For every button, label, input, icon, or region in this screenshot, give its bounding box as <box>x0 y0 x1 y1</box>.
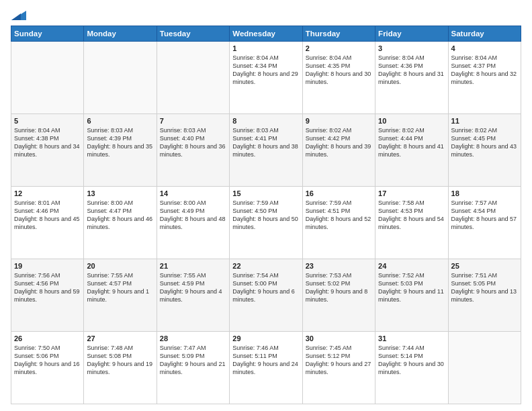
calendar-header-row: SundayMondayTuesdayWednesdayThursdayFrid… <box>11 26 521 42</box>
calendar-cell: 25Sunrise: 7:51 AM Sunset: 5:05 PM Dayli… <box>448 259 521 332</box>
calendar-cell: 18Sunrise: 7:57 AM Sunset: 4:54 PM Dayli… <box>448 187 521 259</box>
calendar-cell: 3Sunrise: 8:04 AM Sunset: 4:36 PM Daylig… <box>375 42 448 114</box>
day-info: Sunrise: 7:57 AM Sunset: 4:54 PM Dayligh… <box>451 199 518 232</box>
calendar-cell: 20Sunrise: 7:55 AM Sunset: 4:57 PM Dayli… <box>84 259 157 332</box>
day-number: 17 <box>378 189 445 197</box>
day-number: 20 <box>87 262 153 270</box>
day-info: Sunrise: 8:00 AM Sunset: 4:47 PM Dayligh… <box>87 199 153 232</box>
calendar-cell: 7Sunrise: 8:03 AM Sunset: 4:40 PM Daylig… <box>157 114 229 187</box>
calendar-cell: 13Sunrise: 8:00 AM Sunset: 4:47 PM Dayli… <box>84 187 157 259</box>
calendar-cell: 8Sunrise: 8:03 AM Sunset: 4:41 PM Daylig… <box>230 114 302 187</box>
calendar-cell: 30Sunrise: 7:45 AM Sunset: 5:12 PM Dayli… <box>302 332 375 404</box>
day-number: 30 <box>306 334 372 342</box>
calendar-cell: 16Sunrise: 7:59 AM Sunset: 4:51 PM Dayli… <box>302 187 375 259</box>
day-info: Sunrise: 8:04 AM Sunset: 4:36 PM Dayligh… <box>378 54 445 87</box>
calendar-cell: 28Sunrise: 7:47 AM Sunset: 5:09 PM Dayli… <box>157 332 229 404</box>
day-info: Sunrise: 7:55 AM Sunset: 4:59 PM Dayligh… <box>160 271 226 304</box>
day-number: 3 <box>378 44 445 52</box>
calendar-cell: 29Sunrise: 7:46 AM Sunset: 5:11 PM Dayli… <box>230 332 302 404</box>
day-number: 6 <box>87 117 153 125</box>
day-info: Sunrise: 8:04 AM Sunset: 4:35 PM Dayligh… <box>306 54 372 87</box>
calendar-cell <box>448 332 521 404</box>
calendar-cell: 6Sunrise: 8:03 AM Sunset: 4:39 PM Daylig… <box>84 114 157 187</box>
calendar-day-header: Wednesday <box>230 26 302 42</box>
day-number: 1 <box>232 44 299 52</box>
day-info: Sunrise: 7:50 AM Sunset: 5:06 PM Dayligh… <box>14 344 81 377</box>
calendar-cell: 9Sunrise: 8:02 AM Sunset: 4:42 PM Daylig… <box>302 114 375 187</box>
day-info: Sunrise: 7:59 AM Sunset: 4:50 PM Dayligh… <box>232 199 299 232</box>
calendar-cell: 21Sunrise: 7:55 AM Sunset: 4:59 PM Dayli… <box>157 259 229 332</box>
day-info: Sunrise: 7:58 AM Sunset: 4:53 PM Dayligh… <box>378 199 445 232</box>
day-number: 27 <box>87 334 153 342</box>
calendar-cell <box>84 42 157 114</box>
calendar-week-row: 12Sunrise: 8:01 AM Sunset: 4:46 PM Dayli… <box>11 187 521 259</box>
day-number: 9 <box>306 117 372 125</box>
day-number: 31 <box>378 334 445 342</box>
day-info: Sunrise: 7:45 AM Sunset: 5:12 PM Dayligh… <box>306 344 372 377</box>
calendar-day-header: Saturday <box>448 26 521 42</box>
calendar-cell: 4Sunrise: 8:04 AM Sunset: 4:37 PM Daylig… <box>448 42 521 114</box>
page: SundayMondayTuesdayWednesdayThursdayFrid… <box>0 0 532 411</box>
day-number: 21 <box>160 262 226 270</box>
calendar-week-row: 5Sunrise: 8:04 AM Sunset: 4:38 PM Daylig… <box>11 114 521 187</box>
day-info: Sunrise: 8:02 AM Sunset: 4:42 PM Dayligh… <box>306 126 372 159</box>
day-number: 16 <box>306 189 372 197</box>
calendar-cell: 22Sunrise: 7:54 AM Sunset: 5:00 PM Dayli… <box>230 259 302 332</box>
calendar-cell <box>11 42 84 114</box>
calendar-cell: 2Sunrise: 8:04 AM Sunset: 4:35 PM Daylig… <box>302 42 375 114</box>
calendar-cell: 10Sunrise: 8:02 AM Sunset: 4:44 PM Dayli… <box>375 114 448 187</box>
day-number: 22 <box>232 262 299 270</box>
day-number: 2 <box>306 44 372 52</box>
day-info: Sunrise: 8:04 AM Sunset: 4:38 PM Dayligh… <box>14 126 81 159</box>
calendar-cell: 19Sunrise: 7:56 AM Sunset: 4:56 PM Dayli… <box>11 259 84 332</box>
day-number: 23 <box>306 262 372 270</box>
day-info: Sunrise: 7:55 AM Sunset: 4:57 PM Dayligh… <box>87 271 153 304</box>
day-number: 11 <box>451 117 518 125</box>
day-number: 14 <box>160 189 226 197</box>
day-number: 5 <box>14 117 81 125</box>
day-number: 4 <box>451 44 518 52</box>
calendar-cell: 1Sunrise: 8:04 AM Sunset: 4:34 PM Daylig… <box>230 42 302 114</box>
header <box>11 8 521 20</box>
day-number: 28 <box>160 334 226 342</box>
day-info: Sunrise: 7:44 AM Sunset: 5:14 PM Dayligh… <box>378 344 445 377</box>
calendar-cell: 14Sunrise: 8:00 AM Sunset: 4:49 PM Dayli… <box>157 187 229 259</box>
day-info: Sunrise: 7:54 AM Sunset: 5:00 PM Dayligh… <box>232 271 299 304</box>
calendar-day-header: Monday <box>84 26 157 42</box>
day-info: Sunrise: 8:02 AM Sunset: 4:44 PM Dayligh… <box>378 126 445 159</box>
day-info: Sunrise: 7:51 AM Sunset: 5:05 PM Dayligh… <box>451 271 518 304</box>
day-number: 25 <box>451 262 518 270</box>
day-number: 13 <box>87 189 153 197</box>
day-info: Sunrise: 8:00 AM Sunset: 4:49 PM Dayligh… <box>160 199 226 232</box>
calendar-cell: 31Sunrise: 7:44 AM Sunset: 5:14 PM Dayli… <box>375 332 448 404</box>
day-info: Sunrise: 7:52 AM Sunset: 5:03 PM Dayligh… <box>378 271 445 304</box>
day-info: Sunrise: 8:03 AM Sunset: 4:41 PM Dayligh… <box>232 126 299 159</box>
calendar-cell: 17Sunrise: 7:58 AM Sunset: 4:53 PM Dayli… <box>375 187 448 259</box>
day-number: 7 <box>160 117 226 125</box>
day-number: 18 <box>451 189 518 197</box>
day-number: 10 <box>378 117 445 125</box>
day-number: 24 <box>378 262 445 270</box>
day-info: Sunrise: 7:48 AM Sunset: 5:08 PM Dayligh… <box>87 344 153 377</box>
calendar-cell: 23Sunrise: 7:53 AM Sunset: 5:02 PM Dayli… <box>302 259 375 332</box>
logo <box>11 8 26 20</box>
day-number: 15 <box>232 189 299 197</box>
calendar-day-header: Friday <box>375 26 448 42</box>
day-info: Sunrise: 8:01 AM Sunset: 4:46 PM Dayligh… <box>14 199 81 232</box>
day-info: Sunrise: 8:02 AM Sunset: 4:45 PM Dayligh… <box>451 126 518 159</box>
day-info: Sunrise: 8:03 AM Sunset: 4:39 PM Dayligh… <box>87 126 153 159</box>
calendar-day-header: Sunday <box>11 26 84 42</box>
calendar-week-row: 19Sunrise: 7:56 AM Sunset: 4:56 PM Dayli… <box>11 259 521 332</box>
day-info: Sunrise: 7:46 AM Sunset: 5:11 PM Dayligh… <box>232 344 299 377</box>
day-number: 8 <box>232 117 299 125</box>
calendar-cell: 15Sunrise: 7:59 AM Sunset: 4:50 PM Dayli… <box>230 187 302 259</box>
calendar-cell: 26Sunrise: 7:50 AM Sunset: 5:06 PM Dayli… <box>11 332 84 404</box>
calendar-cell: 11Sunrise: 8:02 AM Sunset: 4:45 PM Dayli… <box>448 114 521 187</box>
day-info: Sunrise: 8:03 AM Sunset: 4:40 PM Dayligh… <box>160 126 226 159</box>
day-number: 12 <box>14 189 81 197</box>
calendar-cell: 5Sunrise: 8:04 AM Sunset: 4:38 PM Daylig… <box>11 114 84 187</box>
day-info: Sunrise: 7:53 AM Sunset: 5:02 PM Dayligh… <box>306 271 372 304</box>
day-info: Sunrise: 7:47 AM Sunset: 5:09 PM Dayligh… <box>160 344 226 377</box>
calendar-week-row: 1Sunrise: 8:04 AM Sunset: 4:34 PM Daylig… <box>11 42 521 114</box>
day-number: 19 <box>14 262 81 270</box>
